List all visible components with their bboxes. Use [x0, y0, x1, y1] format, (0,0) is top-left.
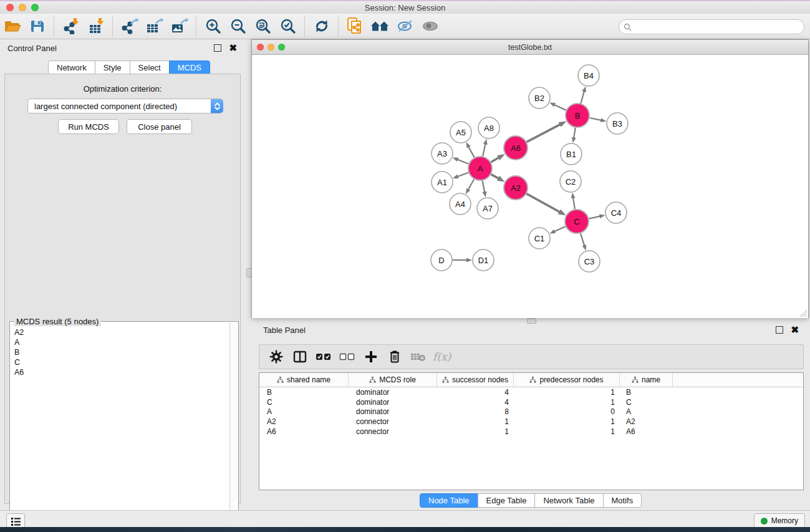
- table-cell[interactable]: 0: [514, 407, 620, 416]
- show-graphics-button[interactable]: [418, 16, 443, 37]
- table-cell[interactable]: dominator: [349, 388, 437, 397]
- table-cell[interactable]: 1: [514, 388, 620, 397]
- edge-B-B3[interactable]: [590, 118, 602, 120]
- table-cell[interactable]: dominator: [349, 407, 437, 416]
- run-mcds-button[interactable]: Run MCDS: [58, 119, 119, 134]
- hide-graphics-button[interactable]: [393, 16, 418, 37]
- table-cell[interactable]: 1: [514, 417, 620, 426]
- tab-network-table[interactable]: Network Table: [534, 493, 603, 508]
- zoom-in-button[interactable]: [201, 16, 226, 37]
- edge-A-A1[interactable]: [457, 173, 468, 177]
- zoom-out-button[interactable]: [226, 16, 251, 37]
- function-builder-button[interactable]: f(x): [430, 347, 451, 367]
- table-cell[interactable]: A6: [620, 427, 673, 436]
- show-column-panel-button[interactable]: [288, 347, 312, 367]
- mcds-result-item[interactable]: A2: [14, 327, 230, 337]
- table-cell[interactable]: 1: [514, 398, 620, 407]
- deselect-all-columns-button[interactable]: [335, 347, 359, 367]
- table-cell[interactable]: A2: [259, 417, 349, 426]
- table-cell[interactable]: A: [259, 407, 349, 416]
- network-graph[interactable]: B4B2BB3A8A5A6A3B1AA1C2A2A4A7C4CC1C3DD1: [252, 55, 808, 317]
- table-cell[interactable]: connector: [349, 427, 437, 436]
- edge-A-A7[interactable]: [483, 181, 485, 193]
- table-row[interactable]: Adominator80A: [259, 407, 803, 417]
- import-table-button[interactable]: [84, 16, 108, 37]
- export-image-button[interactable]: [167, 16, 192, 37]
- tab-edge-table[interactable]: Edge Table: [478, 493, 536, 508]
- column-header-MCDS-role[interactable]: MCDS role: [349, 373, 437, 387]
- table-cell[interactable]: C: [259, 398, 349, 407]
- tab-network[interactable]: Network: [48, 60, 95, 75]
- column-header-successor-nodes[interactable]: successor nodes: [437, 373, 514, 387]
- table-cell[interactable]: A: [620, 407, 673, 416]
- import-network-button[interactable]: [59, 16, 84, 37]
- edge-A6-B[interactable]: [527, 124, 561, 142]
- close-panel-icon[interactable]: ✖: [229, 45, 237, 51]
- mcds-result-scrollbar[interactable]: [229, 322, 238, 532]
- zoom-fit-button[interactable]: [251, 16, 276, 37]
- column-header-shared-name[interactable]: shared name: [259, 373, 349, 387]
- table-cell[interactable]: 8: [437, 407, 514, 416]
- table-cell[interactable]: C: [620, 398, 673, 407]
- close-panel-icon[interactable]: ✖: [791, 327, 799, 333]
- mcds-result-item[interactable]: A6: [14, 367, 230, 377]
- edge-A-A6[interactable]: [491, 158, 499, 162]
- float-panel-icon[interactable]: [776, 326, 783, 334]
- table-cell[interactable]: 1: [437, 417, 514, 426]
- delete-table-button[interactable]: [407, 347, 430, 367]
- node-table[interactable]: shared nameMCDS rolesuccessor nodesprede…: [259, 372, 804, 490]
- edge-B-B4[interactable]: [581, 91, 584, 104]
- search-input[interactable]: [632, 21, 799, 33]
- table-cell[interactable]: B: [259, 388, 349, 397]
- tab-node-table[interactable]: Node Table: [420, 493, 478, 508]
- optimization-criterion-select[interactable]: largest connected component (directed): [27, 99, 223, 114]
- refresh-button[interactable]: [309, 16, 334, 37]
- table-row[interactable]: Bdominator41B: [259, 387, 803, 397]
- table-row[interactable]: Cdominator41C: [259, 397, 803, 407]
- export-table-button[interactable]: [142, 16, 167, 37]
- table-cell[interactable]: B: [620, 388, 673, 397]
- table-cell[interactable]: dominator: [349, 398, 437, 407]
- table-settings-button[interactable]: [264, 347, 288, 367]
- edge-A-A8[interactable]: [483, 143, 485, 156]
- mcds-result-item[interactable]: B: [14, 347, 230, 357]
- edge-A-A5[interactable]: [468, 147, 474, 157]
- table-row[interactable]: A2connector11A2: [259, 417, 803, 427]
- column-header-name[interactable]: name: [620, 373, 673, 387]
- memory-button[interactable]: Memory: [754, 513, 805, 528]
- column-header-predecessor-nodes[interactable]: predecessor nodes: [514, 373, 620, 387]
- table-cell[interactable]: A2: [620, 417, 673, 426]
- network-canvas[interactable]: B4B2BB3A8A5A6A3B1AA1C2A2A4A7C4CC1C3DD1: [252, 55, 808, 318]
- table-cell[interactable]: A6: [259, 427, 349, 436]
- tab-style[interactable]: Style: [95, 60, 130, 75]
- search-field[interactable]: [619, 19, 804, 34]
- float-panel-icon[interactable]: [214, 44, 221, 52]
- save-session-button[interactable]: [25, 16, 50, 37]
- mcds-result-item[interactable]: A: [14, 337, 230, 347]
- close-panel-button[interactable]: Close panel: [127, 119, 192, 134]
- edge-C-C2[interactable]: [573, 198, 575, 210]
- tab-mcds[interactable]: MCDS: [169, 60, 210, 75]
- edge-A-A3[interactable]: [457, 160, 468, 164]
- resize-grip-icon[interactable]: [799, 309, 808, 317]
- edge-B-B1[interactable]: [574, 128, 576, 138]
- table-cell[interactable]: 4: [437, 398, 514, 407]
- edge-C-C3[interactable]: [581, 233, 584, 246]
- edge-A-A2[interactable]: [491, 175, 499, 179]
- edge-C-C1[interactable]: [554, 226, 566, 231]
- network-window-titlebar[interactable]: testGlobe.txt: [252, 40, 808, 55]
- tab-select[interactable]: Select: [130, 60, 170, 75]
- export-network-button[interactable]: [117, 16, 142, 37]
- edge-B-B2[interactable]: [554, 105, 566, 110]
- mcds-result-item[interactable]: C: [14, 357, 230, 367]
- mcds-result-list[interactable]: A2ABCA6: [10, 322, 230, 532]
- delete-columns-button[interactable]: [383, 347, 407, 367]
- table-cell[interactable]: connector: [349, 417, 437, 426]
- table-row[interactable]: A6connector11A6: [259, 427, 803, 437]
- edge-A2-C[interactable]: [527, 194, 560, 212]
- zoom-selected-button[interactable]: [276, 16, 301, 37]
- session-file-button[interactable]: [343, 16, 368, 37]
- edge-A-A4[interactable]: [468, 179, 474, 190]
- home-button[interactable]: [368, 16, 393, 37]
- tab-motifs[interactable]: Motifs: [603, 493, 642, 508]
